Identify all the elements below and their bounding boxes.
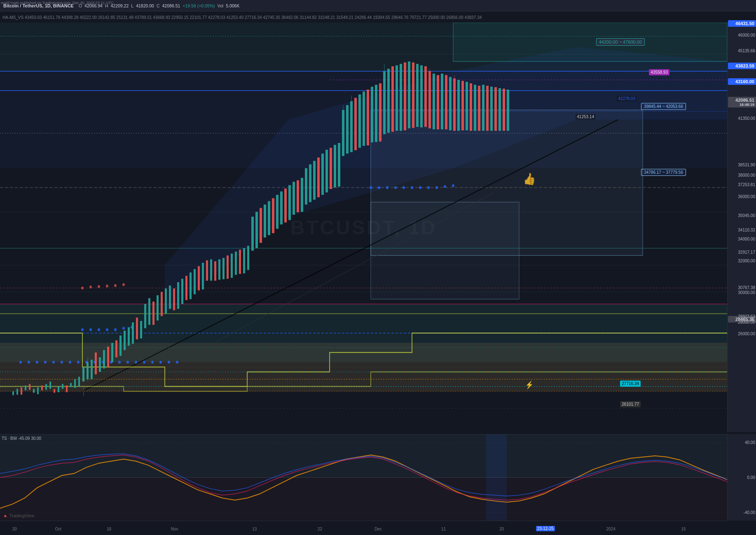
svg-point-77 <box>114 284 117 287</box>
svg-point-58 <box>61 361 63 364</box>
svg-rect-107 <box>128 327 130 346</box>
svg-rect-132 <box>231 254 233 278</box>
svg-rect-112 <box>148 298 150 325</box>
chart-svg: 👍 ⚡ <box>0 23 727 432</box>
price-label-28923: 28923.63 <box>738 314 755 319</box>
svg-rect-149 <box>301 178 303 212</box>
svg-rect-160 <box>346 105 349 154</box>
svg-rect-158 <box>338 143 340 187</box>
main-chart: BTCUSDT, 1D <box>0 23 727 432</box>
svg-rect-138 <box>255 212 258 248</box>
price-label-37253: 37253.81 <box>738 182 755 187</box>
svg-rect-123 <box>194 269 196 294</box>
svg-rect-170 <box>387 69 390 133</box>
svg-rect-126 <box>206 260 208 280</box>
svg-point-65 <box>118 361 121 364</box>
svg-point-78 <box>122 283 125 286</box>
svg-rect-115 <box>161 292 163 316</box>
svg-rect-16 <box>371 202 519 299</box>
svg-rect-118 <box>173 288 175 310</box>
svg-rect-129 <box>218 259 220 280</box>
svg-rect-163 <box>358 94 361 148</box>
svg-rect-213 <box>0 478 727 521</box>
svg-rect-190 <box>470 83 472 131</box>
price-level-43558: 43558.93 <box>649 69 669 75</box>
time-tick-23-12-25: 23-12-25 <box>536 526 555 531</box>
price-label-32000: 32000.00 <box>738 259 755 263</box>
svg-rect-98 <box>91 360 93 379</box>
svg-rect-214 <box>486 435 507 521</box>
price-level-26101: 26101.77 <box>620 401 641 407</box>
svg-text:⚡: ⚡ <box>525 380 534 390</box>
svg-point-36 <box>378 186 380 189</box>
svg-rect-137 <box>251 217 254 250</box>
svg-rect-79 <box>12 391 14 395</box>
time-tick-16: 16 <box>107 527 111 531</box>
svg-rect-95 <box>78 377 80 387</box>
svg-rect-195 <box>490 86 493 131</box>
osc-label-0: 0.00 <box>747 475 755 480</box>
svg-rect-188 <box>461 81 464 130</box>
change-val: +19.56 (+0.05%) <box>183 3 215 8</box>
svg-rect-194 <box>486 86 489 131</box>
svg-point-53 <box>19 361 22 364</box>
svg-rect-91 <box>62 384 63 389</box>
svg-rect-108 <box>132 322 134 344</box>
osc-axis: 40.00 0.00 -40.00 <box>727 434 756 521</box>
svg-rect-165 <box>367 90 369 145</box>
vol-val: 5.006K <box>226 3 239 8</box>
svg-rect-127 <box>210 259 212 281</box>
svg-rect-96 <box>82 367 84 381</box>
price-label-32917: 32917.17 <box>738 250 755 255</box>
price-label-35045: 35045.00 <box>738 213 755 218</box>
svg-point-55 <box>36 361 38 364</box>
svg-rect-128 <box>214 261 216 280</box>
price-label-45135: 45135.66 <box>738 49 755 53</box>
price-box-43823: 43823.59 <box>728 63 756 69</box>
svg-rect-130 <box>222 258 225 279</box>
time-tick-nov: Nov <box>171 527 178 531</box>
svg-rect-186 <box>453 78 456 131</box>
svg-rect-174 <box>404 63 406 131</box>
low-label: L <box>131 3 133 8</box>
svg-rect-144 <box>280 192 283 224</box>
osc-label-neg40: -40.00 <box>744 510 755 515</box>
svg-point-43 <box>435 186 438 189</box>
svg-rect-173 <box>400 64 402 131</box>
close-label: C <box>157 3 160 8</box>
svg-point-40 <box>411 186 413 189</box>
svg-rect-168 <box>379 83 382 141</box>
svg-rect-140 <box>264 205 266 238</box>
indicator-row: HA-MS_VS 43450.03 46151.79 44398.28 4022… <box>0 12 727 22</box>
svg-rect-191 <box>474 85 476 131</box>
svg-rect-133 <box>235 252 237 275</box>
range-annotation-2: 39845.44 ~ 42053.66 <box>641 103 686 110</box>
svg-rect-124 <box>198 266 200 290</box>
svg-rect-177 <box>416 64 419 127</box>
svg-point-50 <box>114 328 117 331</box>
svg-point-49 <box>106 328 108 331</box>
svg-point-51 <box>122 327 125 329</box>
svg-rect-179 <box>424 66 427 127</box>
time-tick-22: 22 <box>318 527 322 531</box>
svg-rect-85 <box>37 388 39 394</box>
svg-rect-147 <box>293 182 295 215</box>
svg-rect-159 <box>342 110 344 156</box>
close-val: 42086.51 <box>162 3 180 8</box>
price-box-42086: 42086.51 16:48:19 <box>728 97 756 107</box>
svg-rect-92 <box>66 385 68 392</box>
svg-rect-102 <box>107 347 109 367</box>
svg-rect-197 <box>499 88 501 131</box>
svg-rect-103 <box>111 343 113 362</box>
range-annotation-3: 34786.17 ~ 37779.56 <box>641 169 686 176</box>
price-label-30000: 30000.00 <box>738 290 755 295</box>
svg-rect-151 <box>309 164 311 202</box>
svg-rect-166 <box>371 86 373 142</box>
svg-rect-122 <box>190 273 192 299</box>
chart-container: Bitcoin / TetherUS, 1D, BINANCE O 42066.… <box>0 0 756 535</box>
svg-rect-178 <box>420 65 423 128</box>
svg-text:👍: 👍 <box>523 172 536 186</box>
svg-rect-100 <box>99 357 101 372</box>
price-label-38000: 38000.00 <box>738 173 755 178</box>
price-level-42278: 42278.03 <box>617 96 637 101</box>
